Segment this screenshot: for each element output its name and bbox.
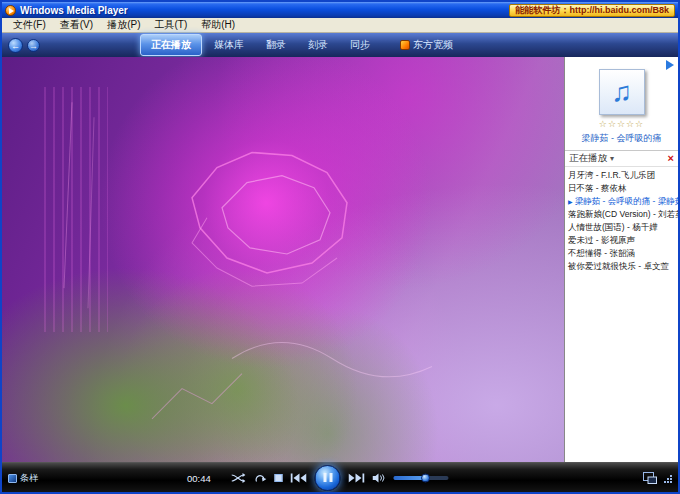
next-button[interactable] [349,473,365,483]
menu-bar: 文件(F) 查看(V) 播放(P) 工具(T) 帮助(H) [2,18,678,33]
playlist-item-current[interactable]: ▶梁静茹 - 会呼吸的痛 - 梁静茹 [565,195,678,208]
previous-button[interactable] [291,473,307,483]
pause-icon [329,473,332,482]
playlist-item[interactable]: 日不落 - 蔡依林 [565,182,678,195]
online-store-label: 东方宽频 [413,38,453,52]
wmp-logo-icon [5,5,16,16]
playlist-item-label: 被你爱过就很快乐 - 卓文萱 [568,261,669,273]
playlist-item-label: 不想懂得 - 张韶涵 [568,248,635,260]
playlist-item[interactable]: 人情世故(国语) - 杨千嬅 [565,221,678,234]
transport-bar: 条样 00:44 [2,462,678,492]
tab-sync[interactable]: 同步 [340,35,380,55]
shuffle-button[interactable] [232,473,246,483]
playlist-item-label: 日不落 - 蔡依林 [568,183,627,195]
mute-button[interactable] [373,473,386,483]
forward-button[interactable]: → [27,39,40,52]
media-info-arrow-icon[interactable] [666,60,674,70]
viz-options-icon [8,474,17,483]
playlist-item-label: 爱未过 - 影视原声 [568,235,635,247]
menu-play[interactable]: 播放(P) [100,18,147,32]
chevron-down-icon[interactable]: ▾ [610,154,614,163]
feature-taskbar: ← → 正在播放 媒体库 翻录 刻录 同步 东方宽频 [2,33,678,57]
repeat-button[interactable] [254,473,267,483]
rating-stars[interactable]: ☆☆☆☆☆ [569,119,674,129]
viz-electric-arcs [2,57,564,462]
menu-help[interactable]: 帮助(H) [194,18,242,32]
back-button[interactable]: ← [8,38,23,53]
media-info-panel: ♫ ☆☆☆☆☆ 梁静茹 - 会呼吸的痛 正在播放 ▾ × 月牙湾 - F.I.R… [564,57,678,462]
close-playlist-icon[interactable]: × [668,153,674,164]
pause-button[interactable] [315,465,341,491]
volume-slider[interactable] [394,476,449,480]
tab-rip[interactable]: 翻录 [256,35,296,55]
playlist-item-label: 落跑新娘(CD Version) - 刘若英 [568,209,678,221]
switch-to-skin-mode-button[interactable] [643,470,657,488]
playlist: 月牙湾 - F.I.R.飞儿乐团 日不落 - 蔡依林 ▶梁静茹 - 会呼吸的痛 … [565,167,678,462]
viz-options-label: 条样 [20,472,38,485]
now-playing-marker-icon: ▶ [568,198,573,205]
titlebar[interactable]: Windows Media Player 能能软件坊：http://hi.bai… [2,2,678,18]
playlist-item[interactable]: 月牙湾 - F.I.R.飞儿乐团 [565,169,678,182]
viz-options-button[interactable]: 条样 [8,472,38,485]
playlist-item[interactable]: 落跑新娘(CD Version) - 刘若英 [565,208,678,221]
album-art: ♫ [599,69,645,115]
visualization-canvas[interactable] [2,57,564,462]
playlist-item[interactable]: 不想懂得 - 张韶涵 [565,247,678,260]
tab-library[interactable]: 媒体库 [204,35,254,55]
wmp-window: Windows Media Player 能能软件坊：http://hi.bai… [0,0,680,494]
playlist-header: 正在播放 ▾ × [565,151,678,167]
tab-now-playing[interactable]: 正在播放 [140,34,202,56]
window-title: Windows Media Player [20,5,128,16]
volume-knob[interactable] [421,473,430,482]
playlist-header-title[interactable]: 正在播放 [569,152,607,165]
menu-tools[interactable]: 工具(T) [147,18,194,32]
titlebar-ad-banner[interactable]: 能能软件坊：http://hi.baidu.com/B8k [509,4,675,17]
tab-burn[interactable]: 刻录 [298,35,338,55]
playback-controls [232,463,449,492]
playlist-item[interactable]: 被你爱过就很快乐 - 卓文萱 [565,260,678,273]
media-info-section: ♫ ☆☆☆☆☆ 梁静茹 - 会呼吸的痛 [565,57,678,151]
playlist-item-label: 人情世故(国语) - 杨千嬅 [568,222,658,234]
track-title-link[interactable]: 梁静茹 - 会呼吸的痛 [569,132,674,145]
elapsed-time: 00:44 [187,473,211,484]
tab-online-store[interactable]: 东方宽频 [390,35,463,55]
playlist-item-label: 梁静茹 - 会呼吸的痛 - 梁静茹 [575,196,678,208]
music-note-icon: ♫ [611,78,632,106]
playlist-item[interactable]: 爱未过 - 影视原声 [565,234,678,247]
pause-icon [323,473,326,482]
online-store-icon [400,40,410,50]
stop-icon [275,474,283,482]
resize-grip[interactable] [663,470,673,488]
menu-view[interactable]: 查看(V) [53,18,100,32]
stop-button[interactable] [275,474,283,482]
playlist-item-label: 月牙湾 - F.I.R.飞儿乐团 [568,170,655,182]
menu-file[interactable]: 文件(F) [6,18,53,32]
